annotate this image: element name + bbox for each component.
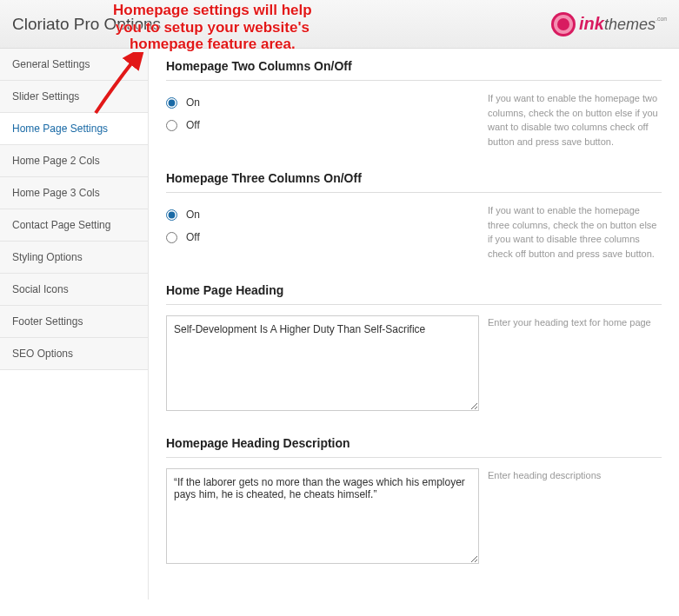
sidebar-item-slider[interactable]: Slider Settings bbox=[0, 81, 148, 113]
sidebar-item-home-3cols[interactable]: Home Page 3 Cols bbox=[0, 177, 148, 209]
settings-sidebar: General SettingsSlider SettingsHome Page… bbox=[0, 49, 148, 599]
sidebar-item-contact[interactable]: Contact Page Setting bbox=[0, 209, 148, 242]
two-cols-off-radio[interactable] bbox=[166, 120, 177, 131]
section-two-cols: Homepage Two Columns On/Off On Off If yo… bbox=[166, 59, 662, 149]
section-title: Homepage Two Columns On/Off bbox=[166, 59, 662, 81]
three-cols-on-label[interactable]: On bbox=[186, 209, 200, 221]
main-panel: Homepage Two Columns On/Off On Off If yo… bbox=[148, 49, 679, 599]
heading-desc-textarea[interactable] bbox=[166, 468, 479, 564]
sidebar-item-styling[interactable]: Styling Options bbox=[0, 242, 148, 274]
sidebar-item-home-2cols[interactable]: Home Page 2 Cols bbox=[0, 145, 148, 177]
section-title: Homepage Heading Description bbox=[166, 436, 662, 458]
two-cols-off-label[interactable]: Off bbox=[186, 119, 200, 131]
heading-desc-help: Enter heading descriptions bbox=[479, 468, 662, 566]
section-heading-desc: Homepage Heading Description Enter headi… bbox=[166, 436, 662, 566]
section-three-cols: Homepage Three Columns On/Off On Off If … bbox=[166, 171, 662, 261]
page-title: Cloriato Pro Options bbox=[12, 15, 161, 34]
section-title: Home Page Heading bbox=[166, 283, 662, 305]
svg-text:.com: .com bbox=[656, 16, 667, 22]
three-cols-off-label[interactable]: Off bbox=[186, 231, 200, 243]
header: Cloriato Pro Options ink themes .com Hom… bbox=[0, 0, 679, 49]
sidebar-item-seo[interactable]: SEO Options bbox=[0, 338, 148, 370]
two-cols-help: If you want to enable the homepage two c… bbox=[479, 91, 662, 149]
three-cols-on-radio[interactable] bbox=[166, 209, 177, 221]
svg-text:ink: ink bbox=[579, 14, 605, 33]
brand-logo: ink themes .com bbox=[549, 9, 667, 40]
section-heading: Home Page Heading Enter your heading tex… bbox=[166, 283, 662, 414]
three-cols-off-radio[interactable] bbox=[166, 232, 177, 243]
svg-text:themes: themes bbox=[604, 16, 656, 33]
sidebar-item-footer[interactable]: Footer Settings bbox=[0, 306, 148, 338]
inkthemes-logo-icon: ink themes .com bbox=[549, 9, 667, 40]
sidebar-item-home-page[interactable]: Home Page Settings bbox=[0, 113, 148, 145]
three-cols-help: If you want to enable the homepage three… bbox=[479, 203, 662, 261]
svg-point-2 bbox=[557, 18, 569, 30]
heading-help: Enter your heading text for home page bbox=[479, 315, 662, 414]
two-cols-on-label[interactable]: On bbox=[186, 96, 200, 109]
heading-textarea[interactable] bbox=[166, 315, 479, 411]
section-title: Homepage Three Columns On/Off bbox=[166, 171, 662, 193]
sidebar-item-social[interactable]: Social Icons bbox=[0, 274, 148, 306]
two-cols-on-radio[interactable] bbox=[166, 97, 177, 109]
sidebar-item-general[interactable]: General Settings bbox=[0, 49, 148, 81]
